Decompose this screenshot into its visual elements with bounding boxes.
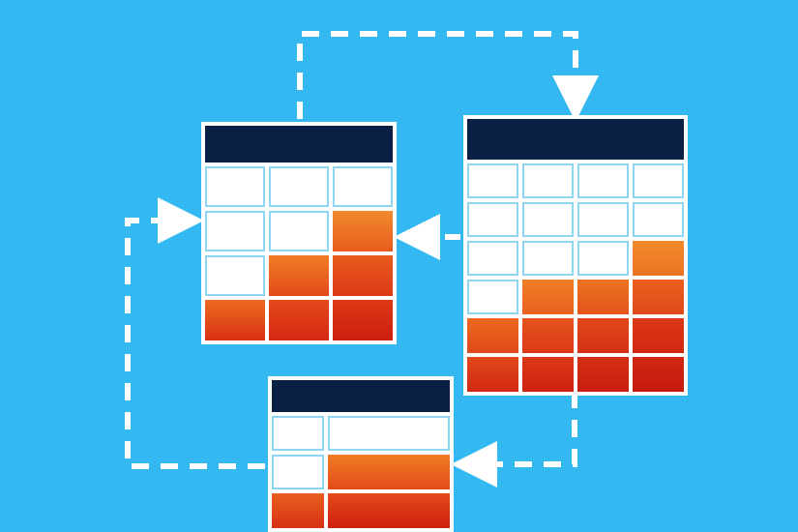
cell [633,163,684,198]
cell [467,241,518,276]
table-c [268,376,454,532]
cell [205,300,265,340]
table-a-grid [205,163,393,340]
cell [328,455,450,489]
cell [467,163,518,198]
cell [633,357,684,392]
cell [577,357,629,392]
cell [522,241,574,276]
cell [328,493,450,528]
arrow-a-to-b [300,34,576,119]
cell [333,300,393,340]
table-b [463,115,688,396]
cell [269,211,329,251]
cell [272,493,324,528]
cell [333,255,393,296]
cell [577,318,629,353]
cell [272,455,324,489]
cell [269,300,329,340]
cell [577,280,629,314]
cell [269,166,329,207]
cell [269,255,329,296]
cell [205,255,265,296]
cell [577,202,629,237]
cell [522,163,574,198]
cell [205,166,265,207]
table-c-header [272,380,450,412]
cell [633,280,684,314]
cell [577,163,629,198]
cell [467,280,518,314]
cell [272,416,324,451]
cell [633,318,684,353]
cell [467,357,518,392]
cell [328,416,450,451]
table-c-grid [272,412,450,528]
table-b-header [467,119,684,160]
cell [522,357,574,392]
table-b-grid [467,160,684,392]
table-a [201,122,397,344]
cell [522,318,574,353]
cell [522,202,574,237]
cell [633,202,684,237]
cell [577,241,629,276]
cell [205,211,265,251]
arrow-b-to-c [468,391,575,464]
cell [467,318,518,353]
cell [633,241,684,276]
cell [333,211,393,251]
cell [333,166,393,207]
table-a-header [205,126,393,163]
cell [467,202,518,237]
cell [522,280,574,314]
